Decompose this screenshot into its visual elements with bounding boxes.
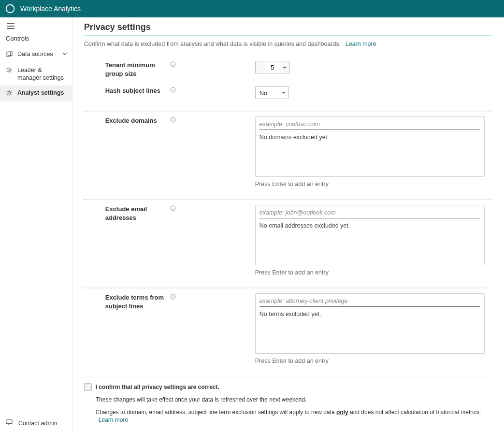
- confirm-checkbox-label: I confirm that all privacy settings are …: [96, 384, 219, 390]
- confirm-note-2: Changes to domain, email address, subjec…: [84, 408, 492, 424]
- label-exclude-emails: Exclude email addresses: [105, 205, 168, 222]
- hash-subject-dropdown[interactable]: No: [255, 86, 289, 99]
- label-exclude-terms: Exclude terms from subject lines: [105, 293, 168, 310]
- min-group-size-input[interactable]: [265, 61, 280, 73]
- sidebar: Controls Data sources Leader & manager s…: [0, 17, 72, 432]
- confirm-checkbox[interactable]: [84, 383, 92, 391]
- sidebar-item-label: Data sources: [17, 51, 62, 58]
- gear-icon: [6, 67, 14, 75]
- data-sources-icon: [6, 51, 14, 59]
- page-subtitle: Confirm what data is excluded from analy…: [84, 41, 492, 47]
- app-title: Workplace Analytics: [20, 5, 81, 13]
- chevron-down-icon: [62, 51, 67, 58]
- sidebar-item-data-sources[interactable]: Data sources: [0, 47, 72, 63]
- exclude-terms-hint: Press Enter to add an entry: [255, 358, 492, 364]
- caret-down-icon: [282, 89, 286, 97]
- exclude-domains-hint: Press Enter to add an entry: [255, 181, 492, 187]
- confirm-note-1: These changes will take effect once your…: [84, 396, 492, 403]
- learn-more-link[interactable]: Learn more: [346, 41, 376, 47]
- feedback-icon: [6, 419, 14, 427]
- exclude-emails-hint: Press Enter to add an entry: [255, 269, 492, 276]
- exclude-terms-box: No terms excluded yet.: [255, 293, 485, 354]
- exclude-emails-empty-text: No email addresses excluded yet.: [256, 218, 484, 265]
- info-icon[interactable]: [170, 61, 176, 67]
- stepper-decrement-button[interactable]: –: [256, 61, 265, 73]
- confirm-note-2a: Changes to domain, email address, subjec…: [96, 409, 336, 416]
- section-exclude-emails: Exclude email addresses No email address…: [84, 200, 492, 288]
- page-title: Privacy settings: [84, 22, 492, 32]
- svg-point-4: [8, 92, 10, 94]
- menu-toggle-button[interactable]: [0, 17, 72, 32]
- sidebar-item-label: Leader & manager settings: [17, 67, 67, 82]
- info-icon[interactable]: [170, 294, 176, 300]
- sidebar-item-analyst-settings[interactable]: Analyst settings: [0, 86, 72, 101]
- min-group-size-stepper: – +: [255, 61, 290, 73]
- info-icon[interactable]: [170, 87, 176, 93]
- app-logo-icon: [5, 3, 15, 14]
- svg-point-3: [8, 69, 10, 71]
- page-subtitle-text: Confirm what data is excluded from analy…: [84, 41, 341, 47]
- sidebar-item-leader-manager-settings[interactable]: Leader & manager settings: [0, 63, 72, 86]
- exclude-terms-empty-text: No terms excluded yet.: [256, 307, 484, 353]
- contact-admin-link[interactable]: Contact admin: [0, 414, 72, 432]
- label-min-group-size: Tenant minimum group size: [105, 61, 168, 78]
- title-divider: [84, 35, 492, 36]
- confirm-note-only: only: [336, 409, 348, 416]
- label-hash-subject: Hash subject lines: [105, 86, 168, 95]
- label-exclude-domains: Exclude domains: [105, 116, 168, 125]
- section-general: Tenant minimum group size – + Hash subje…: [84, 56, 492, 111]
- exclude-terms-input[interactable]: [259, 297, 480, 307]
- exclude-domains-box: No domains excluded yet.: [255, 116, 485, 177]
- app-header: Workplace Analytics: [0, 0, 504, 17]
- sidebar-heading: Controls: [0, 32, 72, 47]
- main-content: Privacy settings Confirm what data is ex…: [72, 17, 504, 432]
- confirm-note-2b: and does not affect calculation of histo…: [348, 409, 481, 416]
- svg-rect-5: [6, 420, 12, 424]
- section-exclude-terms: Exclude terms from subject lines No term…: [84, 288, 492, 376]
- confirm-section: I confirm that all privacy settings are …: [84, 376, 492, 424]
- section-exclude-domains: Exclude domains No domains excluded yet.…: [84, 112, 492, 199]
- exclude-emails-input[interactable]: [259, 208, 480, 218]
- stepper-increment-button[interactable]: +: [280, 61, 289, 73]
- info-icon[interactable]: [170, 205, 176, 211]
- exclude-domains-input[interactable]: [259, 120, 480, 130]
- learn-more-link[interactable]: Learn more: [99, 417, 128, 423]
- sidebar-item-label: Analyst settings: [17, 89, 67, 97]
- dropdown-value: No: [259, 89, 268, 97]
- exclude-emails-box: No email addresses excluded yet.: [255, 205, 485, 265]
- info-icon[interactable]: [170, 117, 176, 123]
- gear-icon: [6, 89, 14, 98]
- exclude-domains-empty-text: No domains excluded yet.: [256, 130, 484, 176]
- contact-admin-label: Contact admin: [18, 420, 58, 427]
